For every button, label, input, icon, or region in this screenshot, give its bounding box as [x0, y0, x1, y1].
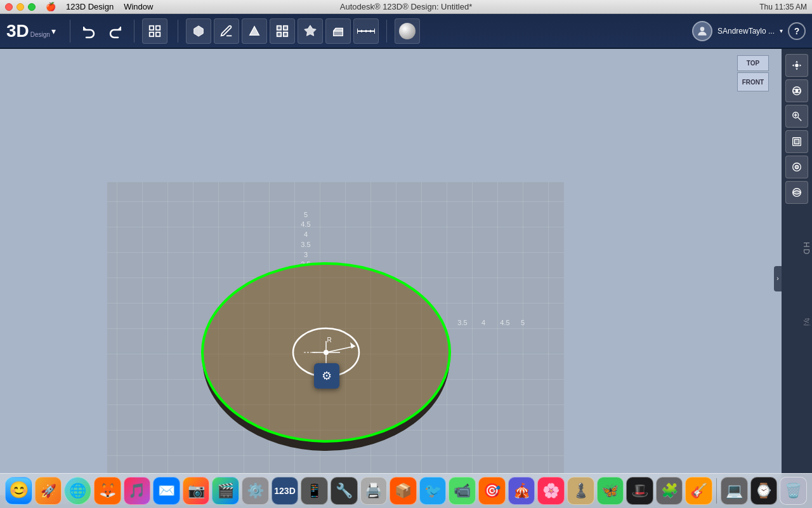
dock-app9[interactable]: 🎩: [626, 477, 653, 505]
dock-twitter[interactable]: 🐦: [419, 477, 447, 505]
user-area: SAndrewTaylo ... ▾ ?: [692, 21, 806, 41]
minimize-button[interactable]: [16, 3, 24, 11]
dock-printer[interactable]: 🖨️: [360, 477, 388, 505]
divider-1: [70, 20, 70, 43]
perspective-button[interactable]: [785, 156, 808, 178]
svg-rect-6: [284, 25, 287, 29]
right-view-panel: [782, 49, 812, 508]
window-menu[interactable]: Window: [124, 2, 153, 11]
title-bar: 🍎 123D Design Window Autodesk® 123D® Des…: [0, 0, 812, 14]
material-button[interactable]: [395, 18, 420, 44]
dock-photos[interactable]: 📷: [183, 477, 210, 505]
logo-design: Design: [30, 31, 50, 38]
maximize-button[interactable]: [28, 3, 36, 11]
fit-button[interactable]: [785, 130, 808, 153]
dock-firefox[interactable]: 🦊: [94, 477, 121, 505]
divider-4: [386, 20, 387, 43]
dock-itunes[interactable]: 🎵: [124, 477, 151, 505]
svg-rect-5: [277, 25, 281, 29]
fit-view-button[interactable]: [142, 18, 167, 44]
file-label: ty.j: [802, 316, 812, 328]
window-title: Autodesk® 123D® Design: Untitled*: [340, 2, 473, 11]
dock-chess[interactable]: ♟️: [567, 477, 594, 505]
collapse-panel-button[interactable]: ›: [774, 266, 782, 291]
dock: 😊 🚀 🌐 🦊 🎵 ✉️ 📷 🎬 ⚙️ 123D 📱 🔧 🖨️ 📦 🐦 📹 🎯 …: [0, 473, 812, 508]
zoom-button[interactable]: [785, 105, 808, 128]
dock-safari[interactable]: 🌐: [64, 477, 91, 505]
undo-redo-group: [78, 20, 126, 43]
svg-rect-1: [156, 25, 160, 29]
close-button[interactable]: [5, 3, 13, 11]
user-name[interactable]: SAndrewTaylo ...: [717, 27, 775, 36]
dock-app10[interactable]: 🧩: [656, 477, 683, 505]
orbit-button[interactable]: [785, 79, 808, 102]
dock-mail[interactable]: ✉️: [153, 477, 180, 505]
divider-3: [178, 20, 178, 43]
dock-launchpad[interactable]: 🚀: [35, 477, 62, 505]
svg-rect-10: [334, 31, 343, 36]
apple-menu[interactable]: 🍎: [46, 2, 56, 11]
dock-system-prefs[interactable]: ⚙️: [242, 477, 269, 505]
logo-area: 3D Design ▾: [6, 22, 56, 40]
svg-text:5: 5: [304, 211, 308, 218]
logo-3d: 3D: [6, 22, 29, 40]
svg-marker-4: [250, 26, 259, 35]
dock-app4[interactable]: 📦: [390, 477, 417, 505]
combine-button[interactable]: [298, 18, 323, 44]
app-toolbar: 3D Design ▾: [0, 14, 812, 49]
dock-app12[interactable]: 💻: [721, 477, 748, 505]
main-canvas-area: 5 4.5 4 3.5 3 2.5 2 1.5 1 0.5 1 1.5 2 2.…: [0, 49, 812, 508]
svg-line-59: [798, 117, 801, 121]
svg-rect-7: [277, 32, 281, 36]
dock-app6[interactable]: 🎪: [508, 477, 535, 505]
shape-tools-group: [186, 18, 379, 44]
svg-rect-0: [150, 25, 154, 29]
app-menu[interactable]: 123D Design: [66, 2, 114, 11]
view-toggle-button[interactable]: [785, 181, 808, 204]
dock-app3[interactable]: 🔧: [331, 477, 358, 505]
titlebar-right: Thu 11:35 AM: [759, 3, 807, 11]
svg-text:4.5: 4.5: [301, 220, 310, 228]
svg-point-54: [795, 64, 798, 67]
measure-button[interactable]: [353, 18, 379, 44]
undo-button[interactable]: [78, 20, 101, 43]
primitives-button[interactable]: [186, 18, 211, 44]
modify-button[interactable]: [242, 18, 267, 44]
settings-popup-button[interactable]: ⚙: [314, 363, 339, 389]
dock-imovie[interactable]: 🎬: [212, 477, 239, 505]
svg-rect-3: [156, 32, 160, 36]
dock-trash[interactable]: 🗑️: [780, 477, 807, 505]
scene-svg: 5 4.5 4 3.5 3 2.5 2 1.5 1 0.5 1 1.5 2 2.…: [0, 49, 812, 508]
svg-text:4: 4: [304, 231, 308, 238]
pan-button[interactable]: [785, 54, 808, 77]
dock-app5[interactable]: 🎯: [478, 477, 506, 505]
hd-label: HD: [801, 239, 812, 258]
sketch-button[interactable]: [214, 18, 239, 44]
svg-text:R: R: [327, 337, 331, 344]
dock-separator: [716, 478, 717, 504]
view-cube-top[interactable]: TOP: [737, 55, 769, 71]
extrude-button[interactable]: [325, 18, 351, 44]
mac-menu: 🍎 123D Design Window: [46, 2, 153, 11]
svg-text:😊: 😊: [9, 480, 29, 500]
dock-facetime[interactable]: 📹: [449, 477, 476, 505]
dock-app8[interactable]: 🦋: [597, 477, 624, 505]
dock-app11[interactable]: 🎸: [685, 477, 712, 505]
dock-app13[interactable]: ⌚: [750, 477, 778, 505]
dock-app1[interactable]: 123D: [272, 477, 299, 505]
dock-app2[interactable]: 📱: [301, 477, 328, 505]
pattern-button[interactable]: [270, 18, 295, 44]
svg-rect-8: [284, 32, 287, 36]
svg-point-65: [795, 165, 798, 168]
dock-app7[interactable]: 🌸: [537, 477, 565, 505]
svg-text:5: 5: [521, 319, 525, 326]
redo-button[interactable]: [103, 20, 126, 43]
dock-finder[interactable]: 😊: [5, 477, 32, 505]
svg-text:3: 3: [304, 251, 308, 258]
logo-dropdown-icon[interactable]: ▾: [51, 26, 56, 36]
svg-text:4: 4: [481, 319, 485, 326]
view-cube-front[interactable]: FRONT: [737, 72, 769, 91]
user-dropdown-icon[interactable]: ▾: [780, 27, 783, 34]
help-button[interactable]: ?: [788, 22, 806, 40]
traffic-lights: [5, 3, 36, 11]
